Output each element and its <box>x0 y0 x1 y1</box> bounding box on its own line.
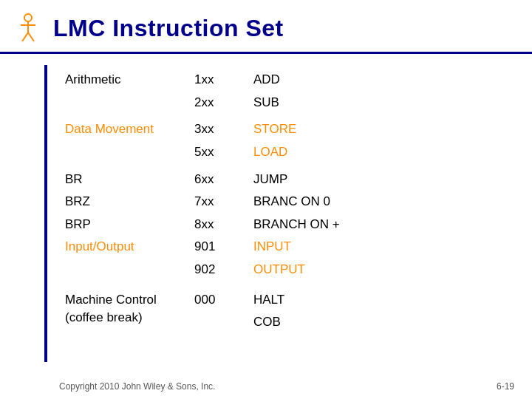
desc-cell: HALT <box>248 289 514 312</box>
table-row: BRZ 7xx BRANC ON 0 <box>59 191 514 214</box>
svg-point-0 <box>24 14 32 21</box>
code-cell: 6xx <box>188 168 248 191</box>
table-row: Data Movement 3xx STORE <box>59 118 514 141</box>
desc-cell: BRANCH ON + <box>248 214 514 236</box>
footer: Copyright 2010 John Wiley & Sons, Inc. 6… <box>59 381 514 392</box>
svg-line-3 <box>22 33 28 41</box>
code-cell: 902 <box>188 259 248 282</box>
copyright-text: Copyright 2010 John Wiley & Sons, Inc. <box>59 381 215 392</box>
code-cell: 901 <box>188 236 248 259</box>
code-cell <box>188 311 248 334</box>
code-cell: 8xx <box>188 214 248 236</box>
desc-cell: COB <box>248 311 514 334</box>
table-row: Arithmetic 1xx ADD <box>59 69 514 92</box>
table-row: 2xx SUB <box>59 92 514 115</box>
category-cell: Machine Control(coffee break) <box>59 289 188 334</box>
table-row: Machine Control(coffee break) 000 HALT <box>59 289 514 312</box>
code-cell: 000 <box>188 289 248 312</box>
desc-cell: ADD <box>248 69 514 92</box>
main-content: Arithmetic 1xx ADD 2xx SUB Data Movement… <box>0 60 532 340</box>
table-row: Input/Output 901 INPUT <box>59 236 514 259</box>
category-cell <box>59 92 188 115</box>
desc-cell: STORE <box>248 118 514 141</box>
code-cell: 3xx <box>188 118 248 141</box>
category-cell: Input/Output <box>59 236 188 259</box>
instruction-table: Arithmetic 1xx ADD 2xx SUB Data Movement… <box>59 69 514 334</box>
svg-line-4 <box>28 33 34 41</box>
desc-cell: LOAD <box>248 141 514 164</box>
header-icon <box>12 12 44 44</box>
left-bar <box>44 65 47 362</box>
table-row: BR 6xx JUMP <box>59 168 514 191</box>
desc-cell: OUTPUT <box>248 259 514 282</box>
page-number: 6-19 <box>497 381 514 392</box>
category-cell: Data Movement <box>59 118 188 141</box>
page-title: LMC Instruction Set <box>53 15 284 42</box>
category-cell <box>59 141 188 164</box>
page-header: LMC Instruction Set <box>0 0 532 54</box>
code-cell: 5xx <box>188 141 248 164</box>
category-cell: Arithmetic <box>59 69 188 92</box>
table-row: BRP 8xx BRANCH ON + <box>59 214 514 236</box>
code-cell: 2xx <box>188 92 248 115</box>
category-cell <box>59 259 188 282</box>
spacer-row <box>59 282 514 289</box>
table-row: 902 OUTPUT <box>59 259 514 282</box>
desc-cell: INPUT <box>248 236 514 259</box>
table-row: 5xx LOAD <box>59 141 514 164</box>
category-cell: BRZ <box>59 191 188 214</box>
category-cell: BR <box>59 168 188 191</box>
desc-cell: BRANC ON 0 <box>248 191 514 214</box>
desc-cell: JUMP <box>248 168 514 191</box>
code-cell: 7xx <box>188 191 248 214</box>
desc-cell: SUB <box>248 92 514 115</box>
code-cell: 1xx <box>188 69 248 92</box>
category-cell: BRP <box>59 214 188 236</box>
